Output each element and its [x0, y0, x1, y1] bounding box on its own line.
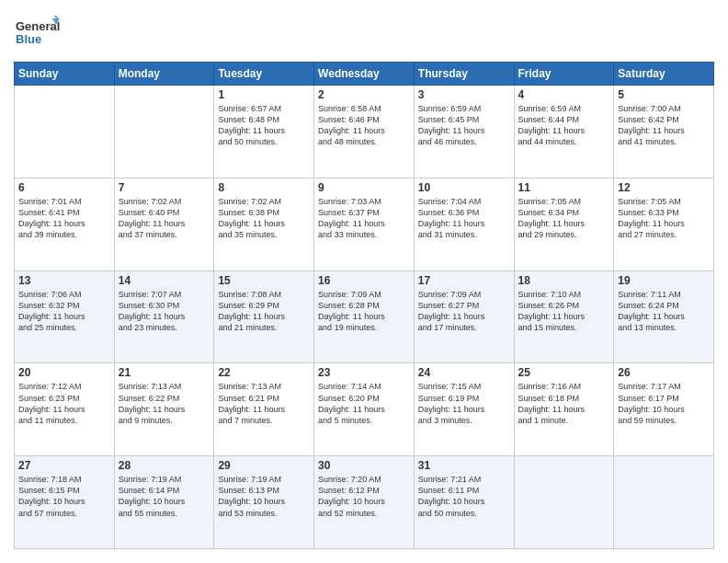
calendar-cell: 1Sunrise: 6:57 AM Sunset: 6:48 PM Daylig… [214, 86, 314, 178]
cell-content: Sunrise: 7:21 AM Sunset: 6:11 PM Dayligh… [418, 474, 510, 519]
cell-content: Sunrise: 6:59 AM Sunset: 6:45 PM Dayligh… [418, 103, 510, 148]
cell-content: Sunrise: 7:12 AM Sunset: 6:23 PM Dayligh… [18, 381, 110, 426]
calendar-cell: 23Sunrise: 7:14 AM Sunset: 6:20 PM Dayli… [314, 363, 415, 456]
cell-content: Sunrise: 7:07 AM Sunset: 6:30 PM Dayligh… [119, 289, 210, 334]
cell-content: Sunrise: 7:10 AM Sunset: 6:26 PM Dayligh… [518, 289, 610, 334]
day-number: 27 [18, 459, 110, 472]
header: General Blue [14, 14, 714, 52]
logo-svg: General Blue [14, 14, 60, 52]
calendar-cell: 15Sunrise: 7:08 AM Sunset: 6:29 PM Dayli… [214, 270, 314, 363]
calendar-cell: 22Sunrise: 7:13 AM Sunset: 6:21 PM Dayli… [214, 363, 314, 456]
day-number: 4 [518, 88, 610, 101]
day-number: 12 [618, 181, 710, 194]
calendar-cell: 20Sunrise: 7:12 AM Sunset: 6:23 PM Dayli… [15, 363, 115, 456]
calendar-cell: 14Sunrise: 7:07 AM Sunset: 6:30 PM Dayli… [114, 270, 214, 363]
calendar-cell: 17Sunrise: 7:09 AM Sunset: 6:27 PM Dayli… [414, 270, 514, 363]
calendar-cell: 18Sunrise: 7:10 AM Sunset: 6:26 PM Dayli… [514, 270, 614, 363]
day-number: 28 [119, 459, 210, 472]
calendar-cell [614, 456, 714, 549]
calendar-header-row: SundayMondayTuesdayWednesdayThursdayFrid… [15, 63, 714, 86]
day-number: 23 [318, 366, 410, 379]
calendar-cell: 19Sunrise: 7:11 AM Sunset: 6:24 PM Dayli… [614, 270, 714, 363]
calendar-page: General Blue SundayMondayTuesdayWednesda… [0, 0, 728, 563]
day-header-thursday: Thursday [414, 63, 514, 86]
day-number: 2 [318, 88, 410, 101]
cell-content: Sunrise: 7:14 AM Sunset: 6:20 PM Dayligh… [318, 381, 410, 426]
day-header-sunday: Sunday [15, 63, 115, 86]
cell-content: Sunrise: 7:05 AM Sunset: 6:33 PM Dayligh… [618, 196, 710, 241]
cell-content: Sunrise: 7:19 AM Sunset: 6:14 PM Dayligh… [119, 474, 210, 519]
calendar-week-row: 13Sunrise: 7:06 AM Sunset: 6:32 PM Dayli… [15, 270, 714, 363]
calendar-cell: 11Sunrise: 7:05 AM Sunset: 6:34 PM Dayli… [514, 178, 614, 270]
calendar-week-row: 20Sunrise: 7:12 AM Sunset: 6:23 PM Dayli… [15, 363, 714, 456]
calendar-cell: 31Sunrise: 7:21 AM Sunset: 6:11 PM Dayli… [414, 456, 514, 549]
calendar-table: SundayMondayTuesdayWednesdayThursdayFrid… [14, 62, 714, 549]
cell-content: Sunrise: 7:13 AM Sunset: 6:21 PM Dayligh… [218, 381, 310, 426]
day-number: 17 [418, 274, 510, 287]
cell-content: Sunrise: 6:58 AM Sunset: 6:46 PM Dayligh… [318, 103, 410, 148]
day-number: 20 [18, 366, 110, 379]
day-number: 16 [318, 274, 410, 287]
calendar-cell: 8Sunrise: 7:02 AM Sunset: 6:38 PM Daylig… [214, 178, 314, 270]
calendar-cell: 13Sunrise: 7:06 AM Sunset: 6:32 PM Dayli… [15, 270, 115, 363]
day-number: 15 [218, 274, 310, 287]
calendar-week-row: 1Sunrise: 6:57 AM Sunset: 6:48 PM Daylig… [15, 86, 714, 178]
day-number: 30 [318, 459, 410, 472]
cell-content: Sunrise: 7:01 AM Sunset: 6:41 PM Dayligh… [18, 196, 110, 241]
cell-content: Sunrise: 7:20 AM Sunset: 6:12 PM Dayligh… [318, 474, 410, 519]
day-number: 18 [518, 274, 610, 287]
calendar-cell: 10Sunrise: 7:04 AM Sunset: 6:36 PM Dayli… [414, 178, 514, 270]
day-number: 13 [18, 274, 110, 287]
cell-content: Sunrise: 7:19 AM Sunset: 6:13 PM Dayligh… [218, 474, 310, 519]
calendar-cell: 27Sunrise: 7:18 AM Sunset: 6:15 PM Dayli… [15, 456, 115, 549]
calendar-cell: 30Sunrise: 7:20 AM Sunset: 6:12 PM Dayli… [314, 456, 415, 549]
cell-content: Sunrise: 7:17 AM Sunset: 6:17 PM Dayligh… [618, 381, 710, 426]
day-number: 21 [119, 366, 210, 379]
day-number: 7 [119, 181, 210, 194]
calendar-cell: 2Sunrise: 6:58 AM Sunset: 6:46 PM Daylig… [314, 86, 415, 178]
cell-content: Sunrise: 7:04 AM Sunset: 6:36 PM Dayligh… [418, 196, 510, 241]
day-number: 5 [618, 88, 710, 101]
calendar-cell [15, 86, 115, 178]
calendar-cell: 9Sunrise: 7:03 AM Sunset: 6:37 PM Daylig… [314, 178, 415, 270]
cell-content: Sunrise: 7:09 AM Sunset: 6:27 PM Dayligh… [418, 289, 510, 334]
calendar-week-row: 6Sunrise: 7:01 AM Sunset: 6:41 PM Daylig… [15, 178, 714, 270]
cell-content: Sunrise: 7:02 AM Sunset: 6:38 PM Dayligh… [218, 196, 310, 241]
calendar-body: 1Sunrise: 6:57 AM Sunset: 6:48 PM Daylig… [15, 86, 714, 549]
cell-content: Sunrise: 7:00 AM Sunset: 6:42 PM Dayligh… [618, 103, 710, 148]
calendar-cell: 21Sunrise: 7:13 AM Sunset: 6:22 PM Dayli… [114, 363, 214, 456]
svg-text:General: General [16, 19, 60, 33]
day-number: 25 [518, 366, 610, 379]
day-header-wednesday: Wednesday [314, 63, 415, 86]
calendar-cell: 12Sunrise: 7:05 AM Sunset: 6:33 PM Dayli… [614, 178, 714, 270]
day-number: 3 [418, 88, 510, 101]
cell-content: Sunrise: 7:13 AM Sunset: 6:22 PM Dayligh… [119, 381, 210, 426]
day-number: 14 [119, 274, 210, 287]
cell-content: Sunrise: 6:59 AM Sunset: 6:44 PM Dayligh… [518, 103, 610, 148]
day-number: 1 [218, 88, 310, 101]
day-header-friday: Friday [514, 63, 614, 86]
day-number: 24 [418, 366, 510, 379]
calendar-cell: 28Sunrise: 7:19 AM Sunset: 6:14 PM Dayli… [114, 456, 214, 549]
day-header-tuesday: Tuesday [214, 63, 314, 86]
day-number: 10 [418, 181, 510, 194]
day-number: 22 [218, 366, 310, 379]
cell-content: Sunrise: 7:18 AM Sunset: 6:15 PM Dayligh… [18, 474, 110, 519]
day-number: 19 [618, 274, 710, 287]
day-header-monday: Monday [114, 63, 214, 86]
day-number: 6 [18, 181, 110, 194]
day-number: 31 [418, 459, 510, 472]
cell-content: Sunrise: 7:15 AM Sunset: 6:19 PM Dayligh… [418, 381, 510, 426]
calendar-week-row: 27Sunrise: 7:18 AM Sunset: 6:15 PM Dayli… [15, 456, 714, 549]
day-number: 26 [618, 366, 710, 379]
cell-content: Sunrise: 7:06 AM Sunset: 6:32 PM Dayligh… [18, 289, 110, 334]
day-number: 11 [518, 181, 610, 194]
day-number: 29 [218, 459, 310, 472]
calendar-cell: 6Sunrise: 7:01 AM Sunset: 6:41 PM Daylig… [15, 178, 115, 270]
cell-content: Sunrise: 7:16 AM Sunset: 6:18 PM Dayligh… [518, 381, 610, 426]
cell-content: Sunrise: 6:57 AM Sunset: 6:48 PM Dayligh… [218, 103, 310, 148]
day-number: 9 [318, 181, 410, 194]
calendar-cell [514, 456, 614, 549]
cell-content: Sunrise: 7:02 AM Sunset: 6:40 PM Dayligh… [119, 196, 210, 241]
cell-content: Sunrise: 7:05 AM Sunset: 6:34 PM Dayligh… [518, 196, 610, 241]
